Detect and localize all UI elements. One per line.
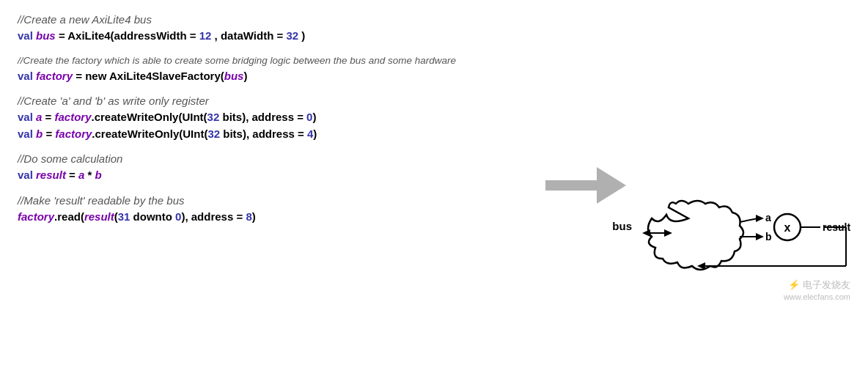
watermark: ⚡ 电子发烧友 www.elecfans.com: [784, 278, 850, 303]
comment-1: //Create a new AxiLite4 bus: [18, 13, 472, 26]
comment-2: //Create the factory which is able to cr…: [18, 55, 472, 66]
cloud-shape: [648, 201, 743, 270]
multiply-symbol: x: [784, 221, 791, 234]
arrow-right: [545, 167, 626, 204]
code-block-4: //Do some calculation val result = a * b: [18, 152, 472, 184]
code-block-2: //Create the factory which is able to cr…: [18, 55, 472, 85]
var-b: b: [36, 128, 43, 140]
ref-factory-1: factory: [54, 111, 91, 123]
diagram-section: bus a b x result: [472, 13, 853, 364]
ref-b: b: [95, 169, 102, 181]
keyword-val: val: [18, 29, 33, 42]
ref-a: a: [78, 169, 84, 181]
comment-5: //Make 'result' readable by the bus: [18, 194, 472, 207]
num-8: 8: [246, 210, 251, 223]
num-32-3: 32: [207, 128, 220, 140]
watermark-url: www.elecfans.com: [784, 292, 850, 303]
code-line-1: val bus = AxiLite4(addressWidth = 12 , d…: [18, 28, 472, 45]
keyword-val-3b: val: [18, 128, 33, 140]
a-label: a: [765, 212, 771, 224]
b-label: b: [765, 231, 772, 243]
var-factory: factory: [36, 70, 73, 82]
keyword-val-2: val: [18, 70, 33, 82]
svg-line-3: [740, 218, 758, 222]
num-4: 4: [307, 128, 313, 140]
ref-factory-3: factory: [18, 210, 54, 223]
svg-marker-6: [756, 233, 764, 240]
num-31: 31: [118, 210, 130, 223]
code-block-5: //Make 'result' readable by the bus fact…: [18, 194, 472, 226]
code-line-3b: val b = factory.createWriteOnly(UInt(32 …: [18, 126, 472, 143]
ref-result: result: [84, 210, 114, 223]
keyword-val-3a: val: [18, 111, 33, 123]
code-block-1: //Create a new AxiLite4 bus val bus = Ax…: [18, 13, 472, 45]
diagram-svg: bus a b x result: [472, 72, 853, 306]
var-bus: bus: [36, 29, 56, 42]
watermark-icon: ⚡ 电子发烧友: [784, 278, 850, 292]
ref-factory-2: factory: [55, 128, 92, 140]
num-12: 12: [199, 29, 212, 42]
svg-marker-2: [642, 229, 650, 237]
ref-bus: bus: [224, 70, 244, 82]
svg-marker-4: [756, 215, 764, 222]
code-line-2: val factory = new AxiLite4SlaveFactory(b…: [18, 68, 472, 85]
code-block-3: //Create 'a' and 'b' as write only regis…: [18, 95, 472, 142]
code-line-5: factory.read(result(31 downto 0), addres…: [18, 209, 472, 226]
comment-3: //Create 'a' and 'b' as write only regis…: [18, 95, 472, 107]
keyword-val-4: val: [18, 169, 33, 181]
var-result: result: [36, 169, 66, 181]
num-32-2: 32: [207, 111, 220, 123]
class-factory: AxiLite4SlaveFactory: [109, 70, 221, 82]
bus-label: bus: [612, 220, 632, 232]
class-axilite4: AxiLite4: [67, 29, 110, 42]
code-line-4: val result = a * b: [18, 167, 472, 184]
code-section: //Create a new AxiLite4 bus val bus = Ax…: [18, 13, 472, 364]
var-a: a: [36, 111, 42, 123]
num-32-1: 32: [286, 29, 298, 42]
code-line-3a: val a = factory.createWriteOnly(UInt(32 …: [18, 109, 472, 126]
diagram-wrap: bus a b x result: [472, 72, 853, 306]
comment-4: //Do some calculation: [18, 152, 472, 165]
